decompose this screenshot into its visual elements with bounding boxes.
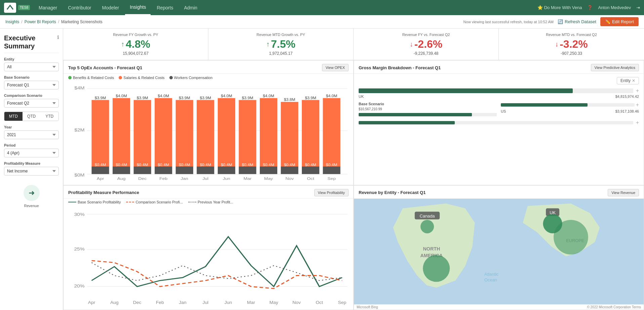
legend-base-label: Base Scenario Profitability	[78, 200, 121, 204]
svg-text:Jun: Jun	[223, 176, 230, 181]
logout-button[interactable]: ⇥	[636, 5, 640, 10]
view-opex-button[interactable]: View OPEX	[322, 64, 349, 71]
uk-plus-icon[interactable]: +	[636, 88, 639, 94]
svg-text:$0.4M: $0.4M	[116, 163, 127, 167]
help-button[interactable]: ❓	[587, 5, 593, 10]
period-btn-mtd[interactable]: MTD	[4, 112, 23, 121]
gross-margin-title: Gross Margin Breakdown - Forecast Q1	[359, 65, 441, 70]
breadcrumb-insights[interactable]: Insights	[5, 20, 19, 24]
legend-prev-year-label: Previous Year Profit...	[198, 200, 233, 204]
svg-rect-46	[260, 98, 277, 166]
svg-rect-31	[197, 100, 214, 166]
base-scenario-filter-group: Base Scenario Forecast Q1	[4, 75, 59, 89]
gross-margin-panel: Gross Margin Breakdown - Forecast Q1 Vie…	[354, 60, 644, 185]
view-revenue-button[interactable]: View Revenue	[608, 189, 639, 196]
svg-text:$3.9M: $3.9M	[200, 96, 211, 100]
svg-text:Canada: Canada	[419, 213, 435, 218]
nav-item-insights[interactable]: Insights	[125, 0, 151, 15]
edit-label: Edit Report	[612, 19, 634, 24]
us-plus-icon[interactable]: +	[636, 102, 639, 108]
entity-filter-label: Entity	[4, 57, 59, 61]
svg-rect-21	[155, 98, 172, 166]
revenue-nav-button[interactable]: ➜	[24, 185, 40, 201]
legend-line-dashed	[126, 202, 134, 202]
refresh-dataset-button[interactable]: 🔄 Refresh Dataset	[558, 19, 596, 24]
profitability-filter-group: Profitability Measure Net Income	[4, 161, 59, 176]
svg-text:$0M: $0M	[74, 172, 84, 178]
svg-text:Oct: Oct	[307, 176, 314, 181]
legend-workers: Workers Compensation	[169, 76, 213, 80]
revenue-map-header: Revenue by Entity - Forecast Q1 View Rev…	[354, 186, 644, 199]
svg-text:Dec: Dec	[138, 176, 147, 181]
base-scenario-select[interactable]: Forecast Q1	[4, 81, 59, 89]
svg-text:Mar: Mar	[243, 176, 252, 181]
kpi-value-1: ↑ 7.5%	[214, 38, 348, 50]
svg-text:Mar: Mar	[247, 300, 255, 305]
nav-item-admin[interactable]: Admin	[179, 0, 202, 15]
entity-filter-row: Entity ✕	[359, 77, 639, 84]
svg-rect-61	[323, 98, 340, 166]
comparison-scenario-select[interactable]: Forecast Q2	[4, 99, 59, 108]
bottom-bar-track	[359, 121, 633, 124]
svg-rect-37	[218, 166, 235, 174]
year-filter-group: Year 2021	[4, 125, 59, 139]
svg-text:$3.8M: $3.8M	[284, 98, 295, 102]
base-scenario-margin-label: Base Scenario	[359, 102, 497, 106]
gross-margin-body: Entity ✕ + UK	[354, 74, 644, 185]
svg-rect-41	[239, 100, 256, 166]
svg-text:Feb: Feb	[156, 300, 164, 305]
kpi-num-2: -2.6%	[414, 38, 443, 50]
svg-text:$0.4M: $0.4M	[263, 163, 274, 167]
nav-star-action[interactable]: ⭐ Do More With Vena	[537, 5, 582, 10]
legend-label-benefits: Benefits & Related Costs	[73, 76, 114, 80]
profitability-panel: Profitability Measure Performance View P…	[63, 185, 354, 310]
user-menu[interactable]: Anton Medvedev	[598, 5, 631, 10]
arrow-right-icon: ➜	[29, 189, 35, 197]
legend-label-workers: Workers Compensation	[174, 76, 213, 80]
opex-legend: Benefits & Related Costs Salaries & Rela…	[64, 74, 353, 82]
profitability-select[interactable]: Net Income	[4, 167, 59, 176]
svg-text:$2M: $2M	[74, 128, 84, 133]
nav-item-reports[interactable]: Reports	[152, 0, 178, 15]
svg-rect-6	[92, 100, 109, 166]
svg-text:20%: 20%	[74, 283, 84, 288]
view-predictive-button[interactable]: View Predictive Analytics	[591, 64, 639, 71]
view-profitability-button[interactable]: View Profitability	[314, 189, 349, 196]
nav-item-manager[interactable]: Manager	[34, 0, 62, 15]
svg-rect-36	[218, 98, 235, 166]
logout-icon: ⇥	[636, 5, 640, 10]
period-btn-qtd[interactable]: QTD	[23, 112, 41, 121]
legend-prev-year: Previous Year Profit...	[188, 200, 233, 204]
entity-chip-label: Entity	[620, 78, 631, 83]
kpi-value-3: ↓ -3.2%	[504, 38, 639, 50]
uk-bar-track	[359, 88, 633, 93]
svg-text:$3.9M: $3.9M	[305, 96, 316, 100]
entity-filter-select[interactable]: All	[4, 63, 59, 71]
gross-margin-header: Gross Margin Breakdown - Forecast Q1 Vie…	[354, 61, 644, 74]
kpi-num-3: -3.2%	[560, 38, 588, 50]
star-label: Do More With Vena	[544, 5, 582, 10]
us-value: $3,917,108.46	[615, 109, 639, 113]
entity-chip-close[interactable]: ✕	[632, 78, 635, 83]
breadcrumb-sep-2: /	[58, 20, 59, 24]
bottom-plus-icon[interactable]: +	[636, 120, 639, 126]
kpi-arrow-0: ↑	[121, 40, 124, 48]
svg-text:$3.9M: $3.9M	[242, 96, 253, 100]
edit-report-button[interactable]: ✏️ Edit Report	[600, 17, 639, 26]
period-btn-ytd[interactable]: YTD	[40, 112, 58, 121]
kpi-title-3: Revenue MTD vs. Forecast Q2	[504, 33, 639, 37]
nav-item-contributor[interactable]: Contributor	[63, 0, 96, 15]
period-select[interactable]: 4 (Apr)	[4, 149, 59, 157]
logo[interactable]: TES8	[4, 3, 30, 13]
comparison-scenario-label: Comparison Scenario	[4, 93, 59, 98]
svg-text:May: May	[269, 300, 278, 305]
year-select[interactable]: 2021	[4, 130, 59, 139]
info-icon[interactable]: ℹ	[57, 35, 59, 40]
breadcrumb-power-bi[interactable]: Power BI Reports	[25, 20, 56, 24]
base-scenario-label: Base Scenario	[4, 75, 59, 79]
svg-text:Jul: Jul	[202, 176, 208, 181]
nav-item-modeler[interactable]: Modeler	[97, 0, 124, 15]
map-panel-body: Atlantic Ocean Canada UK NORTH AMERICA	[354, 199, 644, 305]
revenue-map-svg: Atlantic Ocean Canada UK NORTH AMERICA	[354, 199, 644, 305]
exec-title-text: Executive Summary	[4, 34, 55, 50]
